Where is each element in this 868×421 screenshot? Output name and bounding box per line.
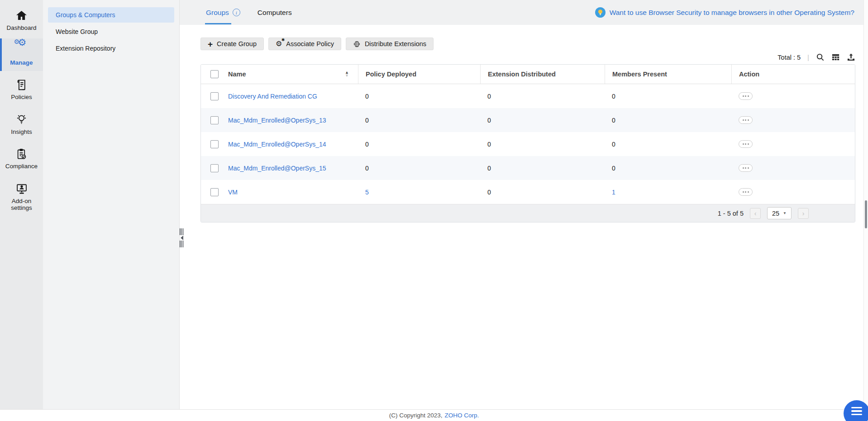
members-present-value[interactable]: 1 bbox=[612, 189, 615, 196]
pagination-bar: 1 - 5 of 5 ‹ 25 ▼ › bbox=[201, 204, 855, 222]
row-actions-button[interactable] bbox=[739, 140, 753, 148]
table-row: Mac_Mdm_Enrolled@OperSys_14 0 0 0 bbox=[201, 132, 855, 156]
lightbulb-icon bbox=[15, 113, 28, 126]
grip-stripes-icon bbox=[180, 241, 184, 247]
associate-policy-button[interactable]: ⚙✱ Associate Policy bbox=[268, 38, 341, 50]
members-present-value: 0 bbox=[612, 93, 615, 100]
row-checkbox[interactable] bbox=[210, 140, 219, 148]
banner-text-link: Want to use Browser Security to manage b… bbox=[610, 9, 854, 17]
collapse-arrow-icon bbox=[181, 236, 183, 240]
table-row: VM 5 0 1 bbox=[201, 180, 855, 204]
distribute-icon bbox=[353, 40, 361, 48]
nav-item-dashboard[interactable]: Dashboard bbox=[0, 4, 43, 37]
distribute-extensions-button[interactable]: Distribute Extensions bbox=[346, 38, 434, 50]
sidebar-item-groups-computers[interactable]: Groups & Computers bbox=[48, 7, 174, 23]
row-checkbox[interactable] bbox=[210, 164, 219, 172]
row-actions-button[interactable] bbox=[739, 92, 753, 100]
nav-item-label: Manage bbox=[10, 59, 33, 66]
column-header-action: Action bbox=[731, 65, 855, 84]
clipboard-check-icon bbox=[15, 147, 28, 161]
nav-item-insights[interactable]: Insights bbox=[0, 108, 43, 141]
nav-item-label: Compliance bbox=[5, 163, 38, 170]
group-name-link[interactable]: VM bbox=[228, 189, 238, 196]
os-banner-link[interactable]: Want to use Browser Security to manage b… bbox=[595, 0, 868, 25]
table-header-row: Name ▲▼ Policy Deployed Extension Distri… bbox=[201, 65, 855, 84]
associate-policy-label: Associate Policy bbox=[286, 40, 334, 47]
sidebar-item-label: Extension Repository bbox=[56, 45, 115, 52]
nav-item-label: Policies bbox=[11, 94, 32, 101]
table-body: Discovery And Remediation CG 0 0 0 Mac_M… bbox=[201, 84, 855, 204]
nav-item-addon-settings[interactable]: Add-on settings bbox=[0, 177, 43, 217]
home-icon bbox=[15, 9, 28, 22]
policy-deployed-value: 0 bbox=[365, 93, 369, 100]
page-range-label: 1 - 5 of 5 bbox=[718, 210, 744, 217]
row-actions-button[interactable] bbox=[739, 164, 753, 172]
nav-item-manage[interactable]: ⚙⚙ Manage bbox=[0, 38, 43, 71]
lightbulb-badge-icon bbox=[595, 7, 606, 18]
tab-computers[interactable]: Computers bbox=[258, 0, 292, 25]
next-page-button[interactable]: › bbox=[798, 208, 809, 219]
policy-deployed-value: 0 bbox=[365, 117, 369, 124]
row-actions-button[interactable] bbox=[739, 116, 753, 124]
zoho-corp-link[interactable]: ZOHO Corp. bbox=[445, 412, 479, 419]
page-size-select[interactable]: 25 ▼ bbox=[767, 207, 792, 219]
create-group-label: Create Group bbox=[217, 40, 257, 47]
app-window: Dashboard ⚙⚙ Manage Policies bbox=[0, 0, 868, 409]
table-row: Discovery And Remediation CG 0 0 0 bbox=[201, 84, 855, 108]
group-name-link[interactable]: Discovery And Remediation CG bbox=[228, 93, 317, 100]
row-checkbox[interactable] bbox=[210, 92, 219, 100]
main-panel: Groups i Computers Want to use Browser S… bbox=[180, 0, 868, 409]
row-checkbox[interactable] bbox=[210, 188, 219, 196]
sidebar-item-label: Groups & Computers bbox=[56, 11, 115, 19]
select-all-checkbox[interactable] bbox=[210, 70, 219, 78]
sidebar-item-extension-repository[interactable]: Extension Repository bbox=[48, 41, 174, 56]
create-group-button[interactable]: + Create Group bbox=[200, 38, 264, 50]
table-row: Mac_Mdm_Enrolled@OperSys_13 0 0 0 bbox=[201, 108, 855, 132]
column-header-members-present: Members Present bbox=[605, 65, 731, 84]
extension-distributed-value: 0 bbox=[487, 189, 491, 196]
info-icon[interactable]: i bbox=[233, 9, 240, 16]
policy-deployed-value[interactable]: 5 bbox=[365, 189, 369, 196]
nav-item-policies[interactable]: Policies bbox=[0, 73, 43, 106]
tab-groups[interactable]: Groups i bbox=[206, 0, 240, 25]
total-count: Total : 5 bbox=[777, 54, 801, 61]
column-chooser-icon[interactable] bbox=[831, 53, 840, 61]
table-row: Mac_Mdm_Enrolled@OperSys_15 0 0 0 bbox=[201, 156, 855, 180]
nav-item-label: Add-on settings bbox=[3, 198, 40, 212]
groups-table: Name ▲▼ Policy Deployed Extension Distri… bbox=[200, 64, 855, 222]
sidebar-item-website-group[interactable]: Website Group bbox=[48, 24, 174, 39]
members-present-value: 0 bbox=[612, 165, 615, 172]
group-name-link[interactable]: Mac_Mdm_Enrolled@OperSys_13 bbox=[228, 117, 326, 124]
active-tab-underline bbox=[205, 23, 231, 24]
nav-item-label: Dashboard bbox=[6, 24, 36, 32]
tab-label: Computers bbox=[258, 9, 292, 17]
policy-deployed-value: 0 bbox=[365, 165, 369, 172]
nav-item-compliance[interactable]: Compliance bbox=[0, 142, 43, 175]
monitor-user-icon bbox=[15, 182, 28, 195]
tab-bar: Groups i Computers Want to use Browser S… bbox=[180, 0, 868, 25]
grip-stripes-icon bbox=[180, 228, 184, 235]
sort-icon[interactable]: ▲▼ bbox=[345, 71, 349, 77]
row-checkbox[interactable] bbox=[210, 116, 219, 124]
scrollbar-thumb[interactable] bbox=[865, 200, 867, 228]
nav-item-label: Insights bbox=[11, 128, 32, 136]
page-size-value: 25 bbox=[772, 210, 779, 217]
search-icon[interactable] bbox=[816, 53, 825, 61]
row-actions-button[interactable] bbox=[739, 188, 753, 196]
group-name-link[interactable]: Mac_Mdm_Enrolled@OperSys_15 bbox=[228, 165, 326, 172]
prev-page-button[interactable]: ‹ bbox=[750, 208, 761, 219]
column-header-name: Name bbox=[228, 71, 246, 78]
page-footer: (C) Copyright 2023, ZOHO Corp. bbox=[0, 409, 868, 421]
sidebar-collapse-handle[interactable] bbox=[179, 228, 184, 247]
group-name-link[interactable]: Mac_Mdm_Enrolled@OperSys_14 bbox=[228, 141, 326, 148]
export-icon[interactable] bbox=[847, 53, 855, 61]
policy-scroll-icon bbox=[15, 78, 28, 91]
copyright-text: (C) Copyright 2023, bbox=[389, 412, 443, 419]
gear-star-icon: ⚙✱ bbox=[276, 40, 282, 47]
gears-icon: ⚙⚙ bbox=[14, 43, 29, 57]
page-scrollbar[interactable] bbox=[863, 0, 868, 409]
column-header-policy-deployed: Policy Deployed bbox=[358, 65, 480, 84]
members-present-value: 0 bbox=[612, 141, 615, 148]
menu-icon bbox=[851, 407, 862, 416]
extension-distributed-value: 0 bbox=[487, 93, 491, 100]
